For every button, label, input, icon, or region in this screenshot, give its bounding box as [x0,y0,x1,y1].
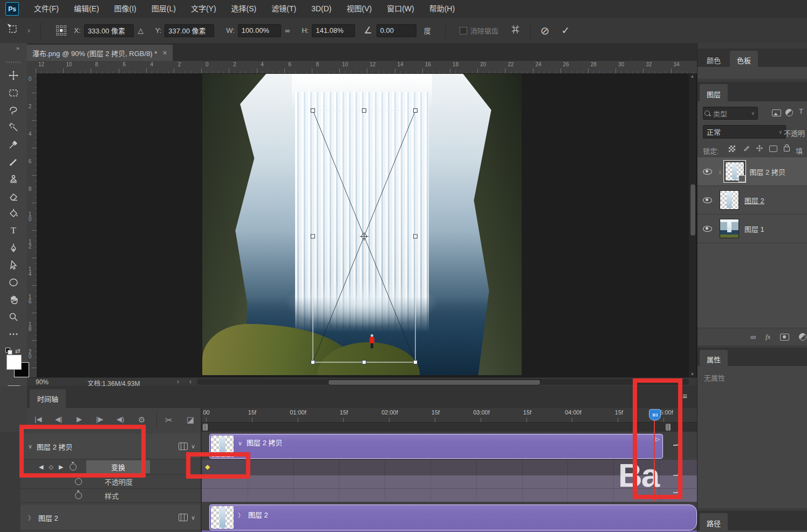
stopwatch-icon[interactable] [75,492,82,499]
hand-tool[interactable] [4,291,23,308]
scroll-down-icon[interactable]: ▼ [689,372,696,377]
layer-row-selected[interactable]: ↓ 图层 2 拷贝 [697,157,807,186]
cancel-transform-icon[interactable]: ⊘ [541,24,550,37]
commit-transform-icon[interactable]: ✓ [561,24,570,37]
document-tab[interactable]: 瀑布.png @ 90% (图层 2 拷贝, RGB/8) * × [27,45,173,61]
lock-all-icon[interactable] [784,147,790,151]
timeline-time-ruler[interactable]: 0015f01:00f15f02:00f15f03:00f15f04:00f15… [201,408,697,422]
eyedropper-tool[interactable] [4,136,23,153]
add-adjustment-icon[interactable] [799,333,806,341]
link-layers-icon[interactable]: ∞ [750,333,756,341]
swap-colors-icon[interactable]: ⇄ [15,347,20,355]
tab-properties[interactable]: 属性 [700,350,728,368]
expand-chevron-icon[interactable]: 〉 [28,513,34,522]
link-dimensions-icon[interactable]: ∞ [285,27,290,34]
menu-item[interactable]: 3D(D) [304,0,339,18]
antialias-checkbox[interactable] [460,27,467,34]
tab-swatches[interactable]: 色板 [730,51,758,69]
y-input[interactable]: 337.00 像素 [165,24,214,37]
split-clip-scissors-icon[interactable]: ✂ [165,415,172,425]
foreground-color-swatch[interactable] [6,355,22,370]
clip-layer2-copy[interactable]: ∨图层 2 拷贝 ▷ [209,434,663,459]
layer-thumbnail[interactable] [720,219,739,238]
visibility-eye-icon[interactable] [703,197,712,203]
work-area-bar[interactable] [201,422,697,433]
menu-item[interactable]: 帮助(H) [422,0,462,18]
transition-icon[interactable]: ◪ [187,415,194,425]
play-button[interactable]: ▶ [77,415,82,423]
menu-item[interactable]: 编辑(E) [66,0,107,18]
clip-layer2[interactable]: 〉图层 2 [209,505,697,530]
free-transform-box[interactable] [37,73,697,377]
menu-item[interactable]: 窗口(W) [379,0,422,18]
shape-ellipse-tool[interactable] [4,274,23,291]
clip-chevron-icon[interactable]: ∨ [238,440,242,446]
status-chevron-icon[interactable]: › [177,378,179,385]
angle-input[interactable]: 0.00 [377,24,416,37]
layer-row[interactable]: 图层 1 [697,215,807,243]
brush-tool[interactable] [4,153,23,170]
w-input[interactable]: 100.00% [238,24,281,37]
layer-row[interactable]: 图层 2 [697,186,807,215]
type-tool[interactable]: T [4,222,23,239]
path-select-tool[interactable] [4,257,23,274]
collapse-toolbar-icon[interactable]: » [16,45,19,51]
transform-tool-icon[interactable] [8,24,18,37]
lock-artboard-icon[interactable] [769,146,777,152]
layer-thumbnail[interactable] [725,162,744,181]
tab-color[interactable]: 颜色 [700,51,728,69]
tab-timeline[interactable]: 时间轴 [30,389,66,408]
relative-position-icon[interactable]: △ [138,26,143,34]
menu-item[interactable]: 视图(V) [339,0,379,18]
track-options-chevron-icon[interactable]: ∨ [191,514,195,521]
zoom-tool[interactable] [4,308,23,326]
canvas-vertical-scrollbar[interactable]: ▲ ▼ [689,73,696,377]
menu-item[interactable]: 图层(L) [144,0,183,18]
lock-paint-brush-icon[interactable] [743,144,750,154]
lasso-tool[interactable] [4,101,23,119]
eraser-tool[interactable] [4,188,23,205]
close-tab-icon[interactable]: × [162,49,167,57]
edit-toolbar-icon[interactable] [4,326,23,343]
tool-preset-chevron-icon[interactable]: ∨ [27,27,31,33]
property-row-style[interactable]: 样式 [20,489,201,503]
warp-mode-icon[interactable] [510,24,521,37]
default-swap-colors-icons[interactable]: ⇄ [5,347,22,355]
scroll-up-icon[interactable]: ▲ [689,74,696,79]
clone-stamp-tool[interactable] [4,170,23,188]
toolbar-grip[interactable] [6,61,20,63]
move-tool[interactable] [4,67,23,84]
lock-transparent-icon[interactable] [729,146,735,152]
work-area-start-handle[interactable] [203,424,208,431]
tab-layers[interactable]: 图层 [700,84,728,103]
scrollbar-thumb[interactable] [328,379,541,385]
visibility-eye-icon[interactable] [703,226,712,232]
first-frame-button[interactable]: |◀ [35,415,42,423]
layer-name[interactable]: 图层 2 拷贝 [750,167,785,177]
menu-item[interactable]: 文件(F) [26,0,66,18]
layer-thumbnail[interactable] [720,190,739,210]
previous-frame-button[interactable]: ◀| [55,415,62,423]
magic-wand-tool[interactable] [4,119,23,136]
filter-pixel-layers-icon[interactable] [772,109,781,116]
blend-mode-select[interactable]: 正常 ∨ [703,125,786,139]
menu-item[interactable]: 图像(I) [107,0,144,18]
h-input[interactable]: 141.08% [312,24,355,37]
scroll-left-icon[interactable]: ‹ [189,378,192,385]
next-frame-button[interactable]: |▶ [96,415,103,423]
zoom-level[interactable]: 90% [36,378,49,386]
clip-chevron-icon[interactable]: 〉 [238,512,244,519]
stopwatch-icon[interactable] [75,478,82,485]
menu-item[interactable]: 选择(S) [224,0,264,18]
timeline-settings-gear-icon[interactable]: ⚙ [138,415,145,425]
layer-name[interactable]: 图层 1 [744,224,764,234]
canvas-horizontal-scrollbar[interactable] [197,379,689,385]
panel-menu-icon[interactable]: ≡ [682,391,687,400]
layer-filter-select[interactable]: 类型 ∨ [703,107,758,120]
menu-item[interactable]: 文字(Y) [183,0,224,18]
menu-item[interactable]: 滤镜(T) [264,0,304,18]
x-input[interactable]: 333.00 像素 [84,24,134,37]
canvas-viewport[interactable]: ▲ ▼ [37,73,697,377]
filter-type-layers-icon[interactable]: T [799,107,803,115]
layer-name[interactable]: 图层 2 [744,195,764,205]
